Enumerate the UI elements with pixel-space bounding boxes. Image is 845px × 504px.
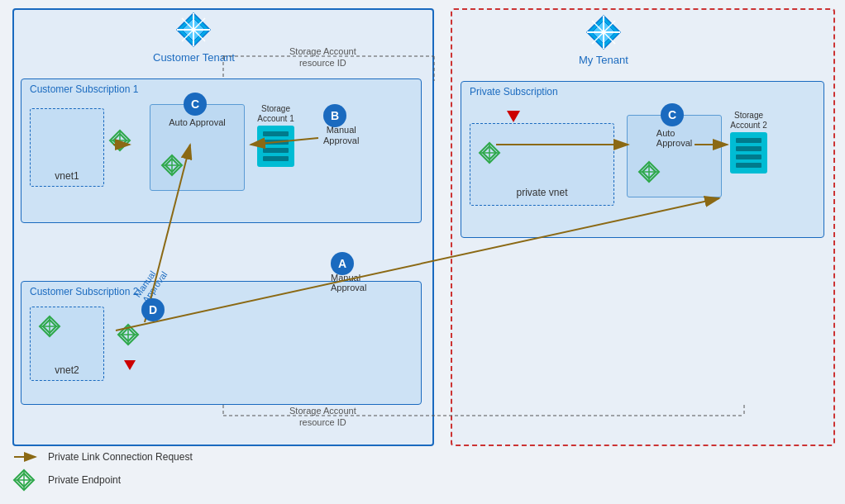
badge-d: D <box>141 298 165 321</box>
my-tenant-header: My Tenant <box>579 12 628 66</box>
auto-approval-box1: C Auto Approval <box>150 104 245 191</box>
private-vnet-label: private vnet <box>516 187 567 198</box>
endpoint-in-approval2 <box>637 160 661 187</box>
endpoint-private-left <box>478 141 501 168</box>
legend-private-link: Private Link Connection Request <box>12 450 193 464</box>
vnet2-label: vnet2 <box>55 364 79 376</box>
private-sub-label: Private Subscription <box>470 86 558 97</box>
endpoint-in-approval1 <box>160 154 184 180</box>
my-tenant-icon <box>584 12 623 52</box>
private-sub-box: Private Subscription private vnet C Auto… <box>461 81 824 238</box>
auto-approval-label1: Auto Approval <box>169 117 226 128</box>
badge-a: A <box>331 252 354 275</box>
storage-account2-label: StorageAccount 2 <box>730 111 767 131</box>
storage-account1-label: StorageAccount 1 <box>257 104 294 124</box>
storage-account2: StorageAccount 2 <box>730 111 767 174</box>
auto-approval-box2: C AutoApproval <box>627 115 722 197</box>
customer-tenant-header: Customer Tenant <box>153 10 235 64</box>
customer-sub2-box: Customer Subscription 2 vnet2 <box>21 281 422 405</box>
legend: Private Link Connection Request Private … <box>12 450 193 492</box>
customer-tenant-label: Customer Tenant <box>153 51 235 64</box>
legend-private-link-label: Private Link Connection Request <box>48 451 193 463</box>
badge-c2: C <box>661 103 684 126</box>
customer-sub1-label: Customer Subscription 1 <box>30 83 138 95</box>
red-triangle-sub2 <box>124 360 136 370</box>
badge-b: B <box>323 104 346 127</box>
endpoint-vnet2-inner <box>117 323 140 349</box>
legend-private-endpoint: Private Endpoint <box>12 468 193 492</box>
vnet1-box: vnet1 <box>30 108 104 187</box>
resource-id-label2: Storage Accountresource ID <box>289 405 356 429</box>
customer-sub2-label: Customer Subscription 2 <box>30 286 138 297</box>
vnet1-label: vnet1 <box>55 170 79 182</box>
auto-approval-label2: AutoApproval <box>656 128 692 148</box>
red-triangle-private <box>507 111 520 122</box>
storage-account1: StorageAccount 1 <box>257 104 294 167</box>
customer-tenant-icon <box>174 10 213 50</box>
diagram-container: Customer Tenant My Tenant Customer Subsc… <box>0 0 845 504</box>
manual-approval-b-label: ManualApproval <box>323 125 359 146</box>
endpoint-vnet1 <box>108 129 131 155</box>
badge-c1: C <box>184 93 207 116</box>
legend-private-endpoint-label: Private Endpoint <box>48 474 121 486</box>
resource-id-label1: Storage Accountresource ID <box>289 45 356 69</box>
customer-sub1-box: Customer Subscription 1 vnet1 C Auto App… <box>21 78 422 223</box>
manual-approval-a-label: ManualApproval <box>331 273 366 292</box>
my-tenant-label: My Tenant <box>579 54 628 66</box>
endpoint-vnet2-outer <box>38 315 61 341</box>
